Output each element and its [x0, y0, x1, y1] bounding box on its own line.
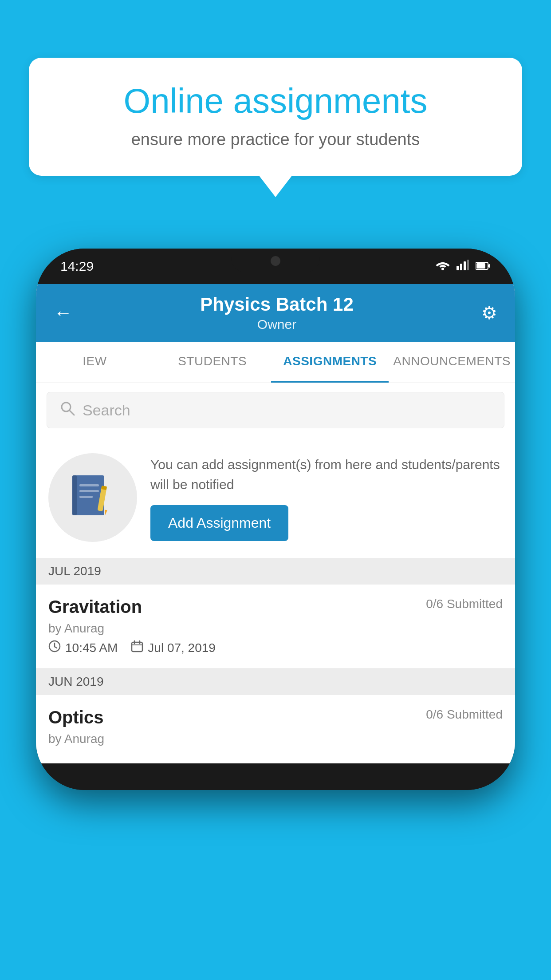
status-bar: 14:29	[36, 249, 515, 284]
assignment-submitted: 0/6 Submitted	[426, 597, 503, 611]
signal-icon	[457, 260, 469, 273]
tab-students[interactable]: STUDENTS	[153, 342, 271, 383]
camera-dot	[271, 256, 280, 266]
assignment-title: Gravitation	[48, 597, 142, 617]
assignment-title-optics: Optics	[48, 707, 103, 727]
assignment-author: by Anurag	[48, 621, 503, 636]
month-separator-jul: JUL 2019	[36, 558, 515, 585]
status-time: 14:29	[60, 259, 94, 274]
batch-subtitle: Owner	[200, 317, 354, 332]
header-title-group: Physics Batch 12 Owner	[200, 294, 354, 332]
speech-bubble-title: Online assignments	[55, 82, 496, 120]
notebook-icon	[71, 473, 115, 522]
phone-bottom	[36, 763, 515, 790]
svg-rect-1	[457, 266, 459, 270]
speech-bubble: Online assignments ensure more practice …	[29, 58, 522, 176]
svg-point-0	[441, 268, 444, 270]
batch-title: Physics Batch 12	[200, 294, 354, 315]
svg-marker-16	[104, 510, 107, 516]
assignment-author-optics: by Anurag	[48, 732, 503, 746]
phone-notch	[231, 249, 320, 273]
empty-state-content: You can add assignment(s) from here and …	[150, 454, 503, 541]
svg-rect-6	[476, 263, 485, 269]
svg-rect-14	[79, 496, 93, 498]
svg-rect-21	[132, 642, 142, 652]
phone-frame: 14:29	[36, 249, 515, 790]
empty-state-description: You can add assignment(s) from here and …	[150, 454, 503, 494]
assignment-item-gravitation[interactable]: Gravitation 0/6 Submitted by Anurag 10:4…	[36, 585, 515, 668]
svg-rect-3	[464, 261, 466, 270]
add-assignment-button[interactable]: Add Assignment	[150, 505, 288, 541]
svg-rect-11	[72, 475, 77, 515]
assignment-date: Jul 07, 2019	[131, 640, 216, 656]
svg-rect-13	[79, 490, 99, 492]
assignment-time-value: 10:45 AM	[65, 641, 118, 655]
status-icons	[436, 260, 491, 273]
svg-line-9	[69, 410, 74, 415]
search-bar[interactable]: Search	[47, 392, 504, 428]
tab-assignments[interactable]: ASSIGNMENTS	[271, 342, 389, 383]
speech-bubble-container: Online assignments ensure more practice …	[29, 58, 522, 176]
back-button[interactable]: ←	[54, 302, 72, 324]
assignment-header-optics: Optics 0/6 Submitted	[48, 707, 503, 727]
assignment-header: Gravitation 0/6 Submitted	[48, 597, 503, 617]
speech-bubble-subtitle: ensure more practice for your students	[55, 130, 496, 149]
app-header: ← Physics Batch 12 Owner ⚙	[36, 284, 515, 342]
tab-overview[interactable]: IEW	[36, 342, 153, 383]
tabs-bar: IEW STUDENTS ASSIGNMENTS ANNOUNCEMENTS	[36, 342, 515, 383]
svg-rect-7	[488, 264, 490, 268]
settings-icon[interactable]: ⚙	[481, 303, 497, 323]
empty-state-section: You can add assignment(s) from here and …	[36, 437, 515, 558]
tab-announcements[interactable]: ANNOUNCEMENTS	[389, 342, 515, 383]
svg-line-20	[55, 647, 57, 648]
phone-screen: ← Physics Batch 12 Owner ⚙ IEW STUDENTS …	[36, 284, 515, 763]
assignment-date-value: Jul 07, 2019	[148, 641, 216, 655]
assignment-submitted-optics: 0/6 Submitted	[426, 707, 503, 722]
month-separator-jun: JUN 2019	[36, 668, 515, 695]
svg-rect-4	[467, 260, 469, 270]
search-placeholder-text: Search	[83, 402, 130, 419]
assignment-item-optics[interactable]: Optics 0/6 Submitted by Anurag	[36, 695, 515, 763]
clock-icon	[48, 640, 61, 656]
assignment-time: 10:45 AM	[48, 640, 118, 656]
battery-icon	[476, 260, 491, 273]
assignment-meta: 10:45 AM Jul 07, 2019	[48, 640, 503, 656]
search-container: Search	[36, 383, 515, 437]
empty-state-icon-circle	[48, 453, 137, 542]
wifi-icon	[436, 260, 450, 273]
svg-rect-12	[79, 484, 99, 486]
svg-rect-2	[460, 264, 462, 270]
search-icon	[59, 400, 75, 420]
calendar-icon	[131, 640, 143, 656]
